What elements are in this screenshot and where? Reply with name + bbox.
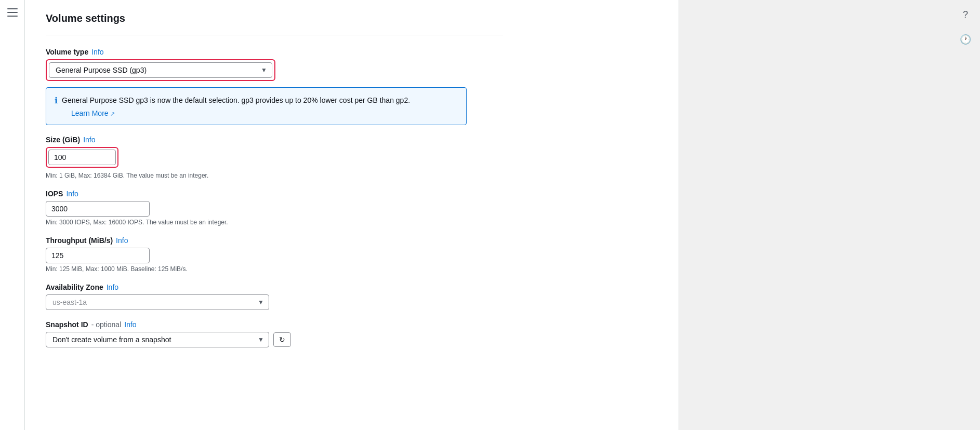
throughput-label: Throughput (MiB/s) Info — [46, 236, 503, 245]
snapshot-row: Don't create volume from a snapshot ▼ ↻ — [46, 332, 503, 347]
volume-type-select-container: General Purpose SSD (gp3) General Purpos… — [46, 59, 275, 81]
history-icon-button[interactable]: 🕐 — [957, 31, 974, 48]
right-panel: ? 🕐 — [679, 0, 980, 430]
volume-type-info-link[interactable]: Info — [91, 48, 103, 56]
learn-more-link[interactable]: Learn More↗ — [71, 109, 458, 117]
snapshot-id-select[interactable]: Don't create volume from a snapshot — [46, 332, 269, 347]
snapshot-select-wrapper: Don't create volume from a snapshot ▼ — [46, 332, 269, 347]
iops-info-link[interactable]: Info — [66, 190, 78, 198]
size-label: Size (GiB) Info — [46, 136, 503, 144]
question-mark-icon: ? — [963, 9, 968, 20]
snapshot-id-info-link[interactable]: Info — [124, 320, 136, 329]
volume-type-label: Volume type Info — [46, 48, 503, 56]
size-info-link[interactable]: Info — [83, 136, 95, 144]
snapshot-refresh-button[interactable]: ↻ — [273, 332, 291, 347]
iops-label: IOPS Info — [46, 190, 503, 198]
throughput-info-link[interactable]: Info — [116, 236, 128, 245]
main-content: Volume settings Volume type Info General… — [25, 0, 679, 430]
gp3-info-box: ℹ General Purpose SSD gp3 is now the def… — [46, 87, 467, 125]
snapshot-id-optional: - optional — [91, 320, 122, 329]
page-title: Volume settings — [46, 4, 503, 35]
availability-zone-info-link[interactable]: Info — [107, 283, 118, 291]
availability-zone-label: Availability Zone Info — [46, 283, 503, 291]
volume-type-select[interactable]: General Purpose SSD (gp3) General Purpos… — [49, 62, 272, 78]
iops-field: IOPS Info Min: 3000 IOPS, Max: 16000 IOP… — [46, 190, 503, 226]
iops-helper-text: Min: 3000 IOPS, Max: 16000 IOPS. The val… — [46, 219, 503, 226]
info-box-row: ℹ General Purpose SSD gp3 is now the def… — [55, 95, 458, 106]
availability-zone-field: Availability Zone Info us-east-1a ▼ — [46, 283, 503, 310]
volume-type-select-wrapper: General Purpose SSD (gp3) General Purpos… — [49, 62, 272, 78]
throughput-input[interactable] — [46, 248, 150, 263]
availability-zone-select-wrapper: us-east-1a ▼ — [46, 294, 269, 310]
iops-input[interactable] — [46, 201, 150, 217]
throughput-field: Throughput (MiB/s) Info Min: 125 MiB, Ma… — [46, 236, 503, 273]
refresh-icon: ↻ — [279, 335, 285, 344]
info-box-message: General Purpose SSD gp3 is now the defau… — [62, 95, 410, 106]
snapshot-id-field: Snapshot ID - optional Info Don't create… — [46, 320, 503, 347]
size-field: Size (GiB) Info Min: 1 GiB, Max: 16384 G… — [46, 136, 503, 179]
external-link-icon: ↗ — [110, 111, 115, 117]
info-circle-icon: ℹ — [55, 96, 58, 105]
sidebar-toggle — [0, 0, 25, 430]
size-input[interactable] — [48, 150, 116, 165]
hamburger-menu-icon[interactable] — [7, 8, 18, 17]
throughput-helper-text: Min: 125 MiB, Max: 1000 MiB. Baseline: 1… — [46, 265, 503, 273]
clock-icon: 🕐 — [960, 34, 971, 45]
size-helper-text: Min: 1 GiB, Max: 16384 GiB. The value mu… — [46, 172, 503, 179]
help-icon-button[interactable]: ? — [957, 6, 974, 23]
volume-type-field: Volume type Info General Purpose SSD (gp… — [46, 48, 503, 125]
snapshot-id-label: Snapshot ID - optional Info — [46, 320, 503, 329]
size-input-container — [46, 147, 118, 168]
availability-zone-select[interactable]: us-east-1a — [46, 294, 269, 310]
